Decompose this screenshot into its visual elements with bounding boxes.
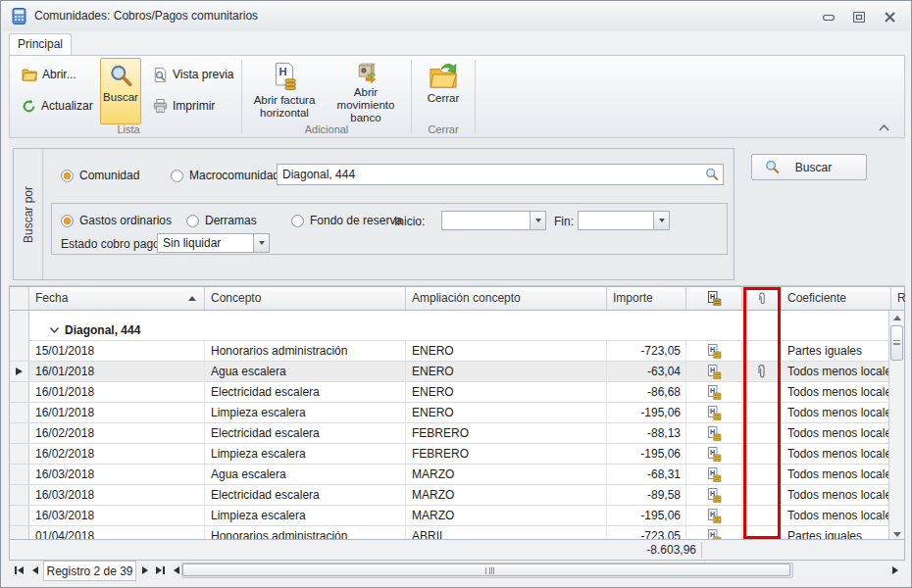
cell-fecha: 16/01/2018 (29, 362, 205, 381)
open-invoice-icon[interactable]: H (686, 382, 742, 402)
attachment-cell (742, 403, 782, 422)
radio-comunidad[interactable]: Comunidad (61, 169, 139, 182)
search-icon[interactable] (704, 167, 720, 182)
radio-derramas[interactable]: Derramas (186, 214, 257, 227)
column-header-re[interactable]: Re (891, 287, 906, 310)
open-invoice-icon[interactable]: H (686, 403, 742, 422)
column-header-coeficiente[interactable]: Coeficiente (782, 287, 891, 310)
cell-importe: -195,06 (607, 444, 686, 464)
cell-coeficiente: Todos menos locales (782, 403, 891, 422)
column-header-importe[interactable]: Importe (607, 287, 686, 310)
column-header-factura[interactable]: H (686, 287, 742, 310)
chevron-down-icon[interactable] (253, 234, 269, 252)
vertical-scrollbar-thumb[interactable] (890, 325, 903, 361)
first-record-button[interactable] (11, 563, 26, 578)
title-bar[interactable]: Comunidades: Cobros/Pagos comunitarios (2, 1, 910, 31)
sort-ascending-icon (188, 296, 196, 301)
cell-ampliacion: FEBRERO (406, 444, 607, 464)
cell-coeficiente: Todos menos locales (782, 362, 891, 381)
table-row[interactable]: 16/01/2018 Limpieza escalera ENERO -195,… (10, 403, 904, 423)
group-separator (411, 60, 412, 133)
row-indicator (10, 485, 29, 505)
minimize-button[interactable] (818, 10, 839, 24)
chevron-down-icon[interactable] (530, 212, 545, 229)
open-invoice-icon[interactable]: H (686, 444, 742, 464)
vertical-scrollbar[interactable] (888, 311, 904, 541)
table-row[interactable]: 16/03/2018 Limpieza escalera MARZO -195,… (10, 506, 904, 526)
column-header-fecha[interactable]: Fecha (29, 287, 205, 310)
open-invoice-icon[interactable]: H (686, 506, 742, 525)
chevron-down-icon[interactable] (653, 212, 669, 229)
cell-ampliacion: FEBRERO (406, 423, 607, 443)
inicio-value (442, 212, 530, 229)
radio-fondo-reserva[interactable]: Fondo de reserva (291, 214, 402, 227)
fin-combo[interactable] (578, 211, 670, 230)
hscroll-right-icon[interactable] (887, 563, 903, 578)
open-invoice-icon[interactable]: H (686, 465, 742, 484)
abrir-movimiento-button[interactable]: Abrir movimiento banco (324, 58, 408, 124)
open-invoice-icon[interactable]: H (686, 423, 742, 443)
abrir-factura-button[interactable]: H Abrir factura horizontal (247, 58, 322, 124)
abrir-factura-label-2: horizontal (260, 107, 309, 120)
abrir-button[interactable]: Abrir... (18, 64, 80, 85)
cerrar-button[interactable]: Cerrar (418, 58, 469, 124)
radio-gastos-ordinarios[interactable]: Gastos ordinarios (61, 214, 172, 227)
cell-importe: -195,06 (607, 403, 686, 422)
horizontal-scrollbar-thumb[interactable] (182, 564, 790, 576)
vista-previa-button[interactable]: Vista previa (149, 64, 237, 85)
cell-ampliacion: ENERO (406, 341, 607, 361)
open-invoice-icon[interactable]: H (686, 341, 742, 361)
restore-button[interactable] (848, 10, 870, 24)
community-search-input[interactable]: Diagonal, 444 (277, 164, 724, 185)
cell-importe: -723,05 (607, 341, 686, 361)
buscar-ribbon-label: Buscar (103, 91, 138, 104)
group-row[interactable]: Diagonal, 444 (10, 311, 904, 341)
buscar-ribbon-button[interactable]: Buscar (100, 58, 141, 124)
previous-record-button[interactable] (27, 563, 43, 578)
printer-icon (153, 99, 168, 114)
table-row[interactable]: 15/01/2018 Honorarios administración ENE… (10, 341, 904, 362)
column-header-concepto[interactable]: Concepto (205, 287, 406, 310)
chevron-down-icon (49, 326, 60, 334)
actualizar-button[interactable]: Actualizar (18, 95, 97, 117)
column-header-attachment[interactable] (742, 287, 782, 310)
table-row[interactable]: 16/03/2018 Electricidad escalera MARZO -… (10, 485, 904, 506)
table-row[interactable]: 16/01/2018 Agua escalera ENERO -63,04 H … (10, 362, 904, 382)
header-indicator (10, 287, 29, 310)
buscar-button-label: Buscar (781, 161, 846, 174)
group-label-lista: Lista (18, 123, 239, 135)
grid-footer: -8.603,96 (10, 539, 904, 560)
tab-principal[interactable]: Principal (9, 33, 72, 55)
attachment-cell (742, 444, 782, 464)
table-row[interactable]: 16/03/2018 Agua escalera MARZO -68,31 H … (10, 465, 904, 485)
community-search-value: Diagonal, 444 (278, 168, 704, 181)
imprimir-button[interactable]: Imprimir (149, 95, 219, 117)
cell-fecha: 16/01/2018 (29, 403, 205, 422)
estado-combo[interactable]: Sin liquidar (157, 233, 270, 253)
abrir-factura-label-1: Abrir factura (254, 94, 316, 107)
radio-macrocomunidad[interactable]: Macrocomunidad (171, 169, 279, 182)
next-record-button[interactable] (137, 563, 153, 578)
column-header-ampliacion[interactable]: Ampliación concepto (406, 287, 607, 310)
radio-dot (61, 170, 74, 182)
open-invoice-icon[interactable]: H (686, 362, 742, 381)
table-row[interactable]: 16/02/2018 Limpieza escalera FEBRERO -19… (10, 444, 904, 465)
buscar-button[interactable]: Buscar (751, 154, 867, 180)
cell-concepto: Honorarios administración (205, 341, 406, 361)
scroll-up-icon[interactable] (889, 311, 904, 324)
cell-concepto: Electricidad escalera (205, 485, 406, 505)
close-icon[interactable] (879, 10, 900, 24)
group-row-label: Diagonal, 444 (65, 323, 140, 337)
table-row[interactable]: 16/01/2018 Electricidad escalera ENERO -… (10, 382, 904, 403)
last-record-button[interactable] (152, 563, 168, 578)
collapse-ribbon-icon[interactable] (878, 122, 890, 131)
attachment-cell (742, 423, 782, 443)
horizontal-scrollbar[interactable] (181, 563, 793, 578)
status-bar: Registro 2 de 39 (9, 561, 905, 581)
attachment-cell (742, 506, 782, 525)
radio-derramas-label: Derramas (205, 214, 257, 227)
inicio-combo[interactable] (441, 211, 546, 230)
group-separator (475, 60, 476, 133)
table-row[interactable]: 16/02/2018 Electricidad escalera FEBRERO… (10, 423, 904, 444)
open-invoice-icon[interactable]: H (686, 485, 742, 505)
